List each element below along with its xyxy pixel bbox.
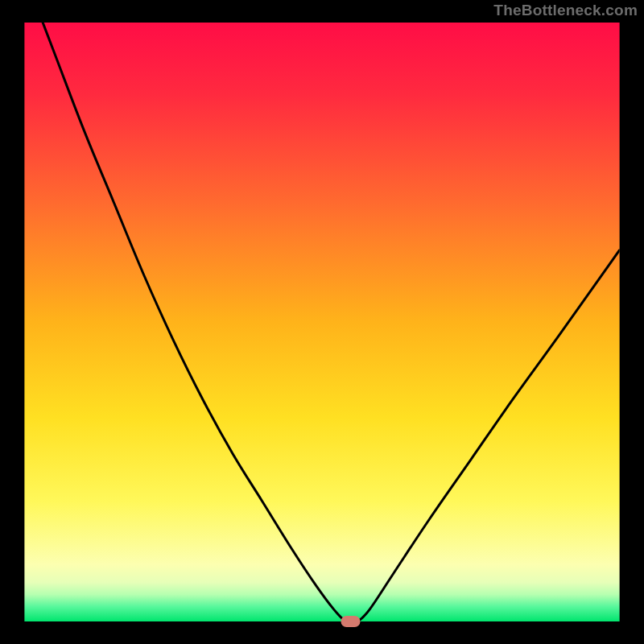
watermark-text: TheBottleneck.com [493,2,638,19]
chart-frame: TheBottleneck.com [0,0,644,644]
bottleneck-chart [0,0,644,644]
chart-background-gradient [24,23,619,621]
optimal-point-marker [341,616,360,627]
